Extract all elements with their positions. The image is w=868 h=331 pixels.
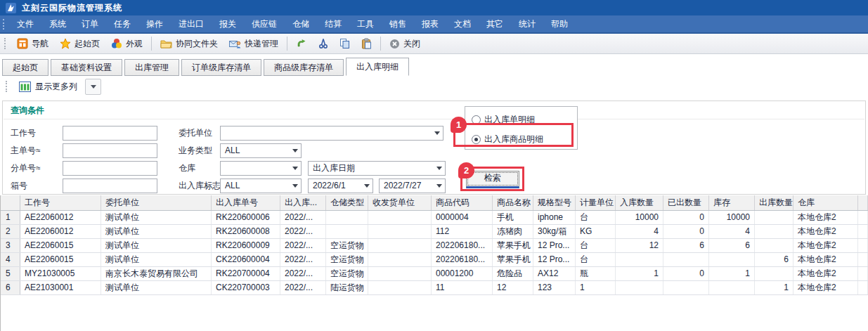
menu-item-供应链[interactable]: 供应链	[244, 15, 285, 32]
column-header-出入库...[interactable]: 出入库...	[280, 195, 326, 210]
text-input-主单号≈[interactable]	[63, 143, 157, 158]
table-cell[interactable]: KG	[576, 225, 616, 238]
table-cell[interactable]: MY21030005	[20, 267, 101, 280]
column-header-库存[interactable]: 库存	[709, 195, 755, 210]
table-cell[interactable]: 6	[709, 239, 755, 252]
table-cell[interactable]: 12 Pro...	[533, 239, 576, 252]
row-indicator-header[interactable]	[1, 195, 20, 210]
table-cell[interactable]: 台	[576, 239, 616, 252]
table-cell[interactable]: AE22060015	[20, 239, 101, 252]
toolbar-button-外观[interactable]: 外观	[105, 35, 148, 52]
toolbar-button-关闭[interactable]: 关闭	[384, 35, 426, 52]
table-cell[interactable]: CK220600004	[212, 253, 280, 266]
combo-出入库标志[interactable]: ALL	[220, 179, 302, 193]
row-number[interactable]: 2	[1, 225, 20, 238]
table-cell[interactable]	[709, 253, 755, 266]
table-cell[interactable]	[616, 253, 663, 266]
table-row[interactable]: 1AE22060012测试单位RK2206000062022/...000000…	[1, 211, 868, 225]
toolbar-button-paste-icon[interactable]	[356, 35, 377, 52]
table-cell[interactable]: 测试单位	[101, 239, 212, 252]
table-cell[interactable]	[709, 281, 755, 294]
toolbar-button-协同文件夹[interactable]: 协同文件夹	[155, 35, 224, 52]
table-cell[interactable]: 123	[533, 281, 576, 294]
table-cell[interactable]: AE21030001	[20, 281, 101, 294]
column-header-出入库单号[interactable]: 出入库单号	[212, 195, 280, 210]
menu-item-任务[interactable]: 任务	[106, 15, 138, 32]
table-cell[interactable]: 陆运货物	[326, 281, 368, 294]
tab-出库管理[interactable]: 出库管理	[124, 59, 179, 76]
column-header-出库数量[interactable]: 出库数量	[755, 195, 793, 210]
table-cell[interactable]: RK220600009	[212, 239, 280, 252]
date-field-selector-combo[interactable]: 出入库日期	[308, 161, 446, 176]
table-cell[interactable]: 0000004	[432, 211, 493, 224]
column-header-商品代码[interactable]: 商品代码	[432, 195, 493, 210]
table-cell[interactable]	[326, 225, 368, 238]
table-cell[interactable]: 2022/...	[280, 253, 326, 266]
text-input-箱号[interactable]	[63, 179, 157, 193]
table-cell[interactable]: RK220600008	[212, 225, 280, 238]
table-cell[interactable]: 2022/...	[280, 211, 326, 224]
table-cell[interactable]: iphone	[533, 211, 576, 224]
row-number[interactable]: 4	[1, 253, 20, 266]
combo-仓库[interactable]	[220, 161, 302, 176]
table-cell[interactable]: CK220700003	[212, 281, 280, 294]
table-cell[interactable]: 2022/...	[280, 239, 326, 252]
menu-item-文档[interactable]: 文档	[446, 15, 479, 32]
table-row[interactable]: 4AE22060015测试单位CK2206000042022/...空运货物20…	[1, 253, 868, 267]
toolbar-grip-handle[interactable]	[4, 38, 8, 49]
table-cell[interactable]: 苹果手机	[493, 239, 533, 252]
table-cell[interactable]: 4	[616, 225, 663, 238]
text-input-工作号[interactable]	[63, 126, 157, 141]
table-cell[interactable]: RK220700004	[212, 267, 280, 280]
table-cell[interactable]: 12	[493, 281, 533, 294]
table-cell[interactable]: 11	[432, 281, 493, 294]
table-cell[interactable]: 10000	[616, 211, 663, 224]
column-header-计量单位[interactable]: 计量单位	[576, 195, 616, 210]
text-input-分单号≈[interactable]	[63, 161, 157, 176]
menu-item-其它[interactable]: 其它	[479, 15, 511, 32]
menu-item-统计[interactable]: 统计	[511, 15, 543, 32]
table-cell[interactable]: 危险品	[493, 267, 533, 280]
menu-item-销售[interactable]: 销售	[382, 15, 414, 32]
row-number[interactable]: 5	[1, 267, 20, 280]
column-header-商品名称[interactable]: 商品名称	[493, 195, 533, 210]
table-cell[interactable]	[368, 267, 432, 280]
column-header-已出数量[interactable]: 已出数量	[663, 195, 709, 210]
table-cell[interactable]	[663, 253, 709, 266]
table-cell[interactable]	[368, 253, 432, 266]
table-cell[interactable]: 本地仓库2	[793, 211, 858, 224]
show-more-columns-dropdown-button[interactable]	[85, 79, 101, 95]
table-cell[interactable]	[755, 211, 793, 224]
tab-商品级库存清单[interactable]: 商品级库存清单	[264, 59, 344, 76]
toolbar-button-undo-icon[interactable]	[290, 35, 313, 52]
table-cell[interactable]	[755, 267, 793, 280]
table-cell[interactable]: 0	[663, 211, 709, 224]
menu-item-仓储[interactable]: 仓储	[285, 15, 317, 32]
table-row[interactable]: 6AE21030001测试单位CK2207000032022/...陆运货物11…	[1, 281, 868, 295]
table-cell[interactable]: 6	[663, 239, 709, 252]
tab-起始页[interactable]: 起始页	[2, 59, 48, 76]
table-row[interactable]: 2AE22060012测试单位RK2206000082022/...112冻猪肉…	[1, 225, 868, 239]
table-cell[interactable]	[368, 225, 432, 238]
table-cell[interactable]: 112	[432, 225, 493, 238]
menu-item-操作[interactable]: 操作	[138, 15, 171, 32]
menu-item-工具[interactable]: 工具	[349, 15, 382, 32]
table-cell[interactable]: 测试单位	[101, 253, 212, 266]
table-cell[interactable]: 202206180...	[432, 239, 493, 252]
show-more-columns-button[interactable]: 显示更多列	[13, 79, 84, 95]
table-cell[interactable]	[368, 281, 432, 294]
table-cell[interactable]: 本地仓库2	[793, 225, 858, 238]
column-header-入库数量[interactable]: 入库数量	[616, 195, 663, 210]
table-cell[interactable]: 30kg/箱	[533, 225, 576, 238]
table-cell[interactable]: RK220600006	[212, 211, 280, 224]
column-header-仓储类型[interactable]: 仓储类型	[326, 195, 368, 210]
table-cell[interactable]: 10000	[709, 211, 755, 224]
table-cell[interactable]: 1	[755, 281, 793, 294]
table-cell[interactable]	[368, 211, 432, 224]
table-cell[interactable]: 6	[755, 253, 793, 266]
combo-业务类型[interactable]: ALL	[220, 143, 302, 158]
table-cell[interactable]: 本地仓库2	[793, 239, 858, 252]
table-cell[interactable]: 0	[663, 267, 709, 280]
table-cell[interactable]: 测试单位	[101, 225, 212, 238]
toolbar-button-cut-icon[interactable]	[313, 35, 334, 52]
